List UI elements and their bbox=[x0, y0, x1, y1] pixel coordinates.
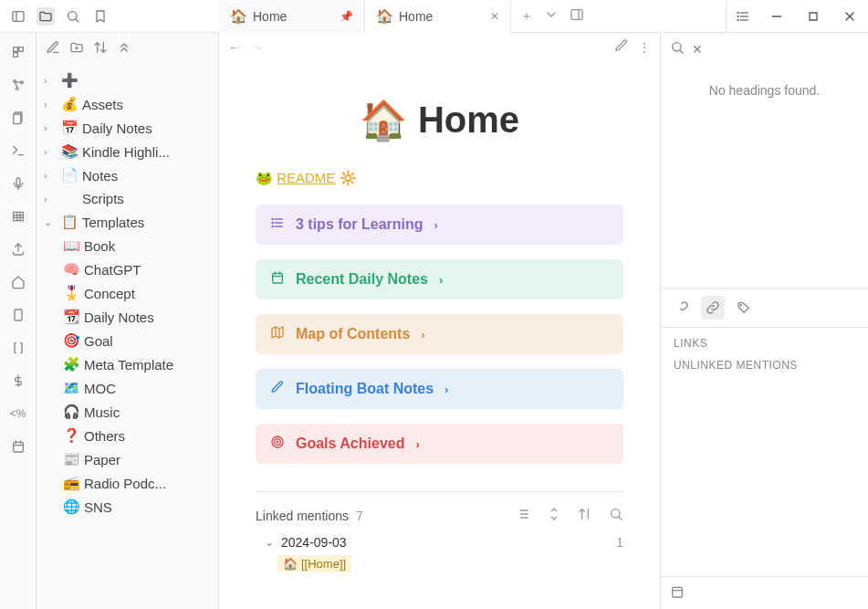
readme-link[interactable]: README bbox=[277, 170, 335, 185]
tree-folder[interactable]: ›Scripts bbox=[37, 187, 218, 210]
tree-file[interactable]: 🎧Music bbox=[37, 400, 218, 424]
linked-mention-group[interactable]: ⌄ 2024-09-03 1 bbox=[256, 530, 623, 555]
nav-forward-icon[interactable]: → bbox=[250, 40, 263, 55]
sort-mentions-icon[interactable] bbox=[578, 507, 592, 524]
chevron-right-icon: › bbox=[444, 383, 448, 396]
callout-label: Map of Contents bbox=[296, 326, 410, 342]
list-icon bbox=[270, 215, 288, 234]
bookmark-icon[interactable] bbox=[91, 7, 110, 26]
file-label: Goal bbox=[84, 333, 113, 349]
file-label: SNS bbox=[84, 499, 112, 515]
new-note-icon[interactable] bbox=[46, 40, 60, 58]
tree-file[interactable]: 📰Paper bbox=[37, 447, 218, 471]
rail-home-icon[interactable] bbox=[8, 272, 28, 292]
rail-dollar-icon[interactable] bbox=[8, 371, 28, 391]
doc-emoji: 🏠 bbox=[360, 98, 407, 142]
backlinks-icon[interactable] bbox=[701, 296, 725, 320]
rail-calendar-icon[interactable] bbox=[8, 436, 28, 457]
rail-upload-icon[interactable] bbox=[8, 239, 28, 259]
tab-home-active[interactable]: 🏠 Home ✕ bbox=[365, 0, 511, 33]
sidebar-toggle-icon[interactable] bbox=[9, 7, 27, 26]
rail-terminal-icon[interactable] bbox=[8, 141, 28, 161]
tab-dropdown-icon[interactable] bbox=[544, 7, 559, 25]
folder-label: Scripts bbox=[82, 191, 124, 206]
more-icon[interactable]: ⋮ bbox=[638, 40, 651, 55]
mention-date-count: 1 bbox=[616, 535, 623, 550]
tree-folder[interactable]: ›📄Notes bbox=[37, 163, 218, 187]
tab-label: Home bbox=[253, 9, 287, 24]
rail-graph-icon[interactable] bbox=[8, 75, 28, 95]
edit-mode-icon[interactable] bbox=[614, 38, 629, 56]
rail-table-icon[interactable] bbox=[8, 206, 28, 226]
svg-line-66 bbox=[619, 517, 622, 520]
callout[interactable]: Map of Contents› bbox=[256, 314, 623, 354]
rail-files-icon[interactable] bbox=[8, 108, 28, 128]
tree-file[interactable]: 🌐SNS bbox=[37, 495, 218, 519]
list-view-icon[interactable] bbox=[516, 507, 530, 524]
svg-point-9 bbox=[737, 12, 738, 13]
callout[interactable]: 3 tips for Learning› bbox=[256, 205, 623, 245]
tree-folder[interactable]: ›📅Daily Notes bbox=[37, 116, 218, 140]
callout[interactable]: Floating Boat Notes› bbox=[256, 369, 623, 409]
outline-toggle-icon[interactable] bbox=[726, 0, 758, 33]
tree-folder[interactable]: ›➕ bbox=[37, 68, 218, 92]
chevron-icon: › bbox=[44, 75, 57, 86]
collapse-icon[interactable] bbox=[117, 40, 131, 58]
folder-label: Kindle Highli... bbox=[82, 144, 170, 160]
tree-folder[interactable]: ›📚Kindle Highli... bbox=[37, 140, 218, 163]
callout-label: Floating Boat Notes bbox=[296, 381, 434, 397]
search-mentions-icon[interactable] bbox=[609, 507, 623, 524]
unlinked-mentions-section[interactable]: UNLINKED MENTIONS bbox=[674, 359, 855, 372]
tree-file[interactable]: 🧩Meta Template bbox=[37, 352, 218, 376]
search-panel-icon[interactable] bbox=[670, 40, 685, 58]
tree-folder[interactable]: ›💰Assets bbox=[37, 92, 218, 116]
tree-folder[interactable]: ⌄📋Templates bbox=[37, 210, 218, 234]
home-icon: 🏠 bbox=[230, 8, 247, 25]
tree-file[interactable]: 📖Book bbox=[37, 234, 218, 257]
new-folder-icon[interactable] bbox=[69, 40, 84, 58]
rail-mic-icon[interactable] bbox=[8, 173, 28, 194]
tree-file[interactable]: ❓Others bbox=[37, 424, 218, 447]
minimize-button[interactable] bbox=[758, 0, 795, 33]
close-button[interactable] bbox=[831, 0, 868, 33]
close-icon[interactable]: ✕ bbox=[490, 10, 499, 23]
home-icon: 🏠 bbox=[376, 8, 393, 25]
folder-label: Assets bbox=[82, 97, 123, 112]
chevron-right-icon: › bbox=[434, 218, 438, 232]
svg-rect-0 bbox=[13, 11, 24, 21]
maximize-button[interactable] bbox=[795, 0, 831, 33]
search-icon[interactable] bbox=[64, 7, 82, 26]
tree-file[interactable]: 🗺️MOC bbox=[37, 376, 218, 400]
rail-brackets-icon[interactable] bbox=[8, 338, 28, 358]
folder-icon[interactable] bbox=[37, 7, 55, 26]
file-emoji: 📖 bbox=[62, 237, 80, 254]
tags-icon[interactable] bbox=[732, 296, 756, 320]
rail-tablet-icon[interactable] bbox=[8, 305, 28, 325]
tree-file[interactable]: 🎖️Concept bbox=[37, 281, 218, 305]
rail-quickswitch-icon[interactable] bbox=[8, 42, 28, 62]
chevron-icon: › bbox=[44, 146, 57, 157]
tab-home-pinned[interactable]: 🏠 Home 📌 bbox=[219, 0, 365, 33]
outgoing-links-icon[interactable] bbox=[670, 296, 694, 320]
callout[interactable]: Recent Daily Notes› bbox=[256, 259, 623, 299]
mention-reference[interactable]: 🏠 [[Home]] bbox=[277, 555, 351, 572]
tree-file[interactable]: 🎯Goal bbox=[37, 329, 218, 352]
svg-point-10 bbox=[737, 16, 738, 16]
close-panel-icon[interactable]: ✕ bbox=[692, 42, 703, 57]
file-emoji: 🎖️ bbox=[62, 285, 80, 301]
expand-collapse-icon[interactable] bbox=[547, 507, 561, 524]
tree-file[interactable]: 📆Daily Notes bbox=[37, 305, 218, 329]
new-tab-button[interactable]: ＋ bbox=[520, 8, 533, 25]
links-section[interactable]: LINKS bbox=[674, 337, 855, 350]
file-label: Concept bbox=[84, 286, 135, 301]
rail-code-icon[interactable]: <% bbox=[8, 404, 28, 424]
pin-icon[interactable]: 📌 bbox=[340, 10, 353, 23]
callout[interactable]: Goals Achieved› bbox=[256, 424, 623, 464]
panel-right-icon[interactable] bbox=[570, 7, 584, 25]
nav-back-icon[interactable]: ← bbox=[228, 40, 241, 55]
tree-file[interactable]: 📻Radio Podc... bbox=[37, 471, 218, 495]
calendar-panel-icon[interactable] bbox=[670, 587, 685, 602]
svg-rect-36 bbox=[13, 442, 23, 452]
sort-icon[interactable] bbox=[93, 40, 108, 58]
tree-file[interactable]: 🧠ChatGPT bbox=[37, 257, 218, 281]
